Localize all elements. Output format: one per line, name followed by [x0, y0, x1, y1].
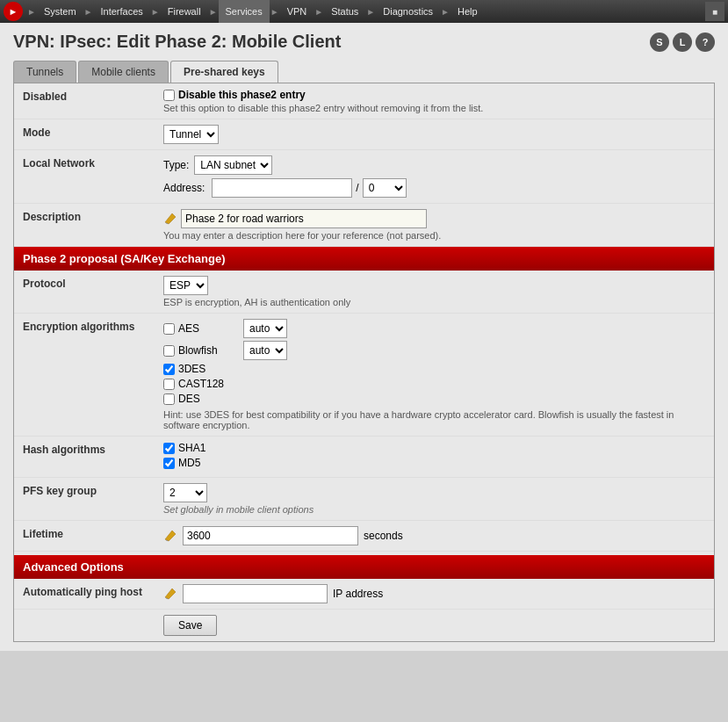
save-control: Save: [163, 615, 705, 636]
mask-select[interactable]: 0: [363, 178, 407, 198]
nav-vpn[interactable]: VPN: [280, 0, 314, 23]
protocol-select-row: ESP: [163, 276, 705, 295]
protocol-select[interactable]: ESP: [163, 276, 208, 295]
navigation-bar: ► ► System ► Interfaces ► Firewall ► Ser…: [0, 0, 728, 23]
pencil-icon: [163, 529, 177, 543]
mode-row: Mode Tunnel: [14, 119, 714, 150]
protocol-hint: ESP is encryption, AH is authentication …: [163, 297, 705, 307]
enc-hint: Hint: use 3DES for best compatibility or…: [163, 409, 705, 430]
sha1-checkbox[interactable]: [163, 443, 175, 454]
lifetime-unit: seconds: [364, 530, 403, 542]
page-title-row: VPN: IPsec: Edit Phase 2: Mobile Client …: [13, 32, 715, 52]
des-checkbox[interactable]: [163, 393, 175, 405]
description-hint: You may enter a description here for you…: [163, 230, 705, 241]
ping-input[interactable]: [183, 584, 328, 603]
advanced-section-header: Advanced Options: [14, 555, 714, 579]
3des-label: 3DES: [178, 363, 240, 375]
sync-icon[interactable]: S: [650, 32, 669, 52]
pfs-control: 2 Set globally in mobile client options: [163, 483, 705, 515]
logo: ►: [4, 2, 23, 21]
lifetime-label: Lifetime: [23, 526, 163, 540]
des-row: DES: [163, 393, 705, 405]
enc-control: AES auto Blowfish auto 3DES: [163, 319, 705, 430]
cast128-checkbox[interactable]: [163, 379, 175, 390]
protocol-label: Protocol: [23, 276, 163, 290]
save-label-spacer: [23, 615, 163, 617]
blowfish-row: Blowfish auto: [163, 341, 705, 360]
desc-field: [163, 209, 705, 228]
nav-icon: ■: [705, 2, 724, 21]
aes-checkbox[interactable]: [163, 323, 175, 335]
blowfish-checkbox[interactable]: [163, 345, 175, 357]
nav-arrow: ►: [151, 7, 160, 17]
cast128-row: CAST128: [163, 378, 705, 390]
help-icon[interactable]: ?: [696, 32, 715, 52]
save-button[interactable]: Save: [163, 615, 217, 636]
sha1-label: SHA1: [178, 442, 240, 454]
phase2-section-header: Phase 2 proposal (SA/Key Exchange): [14, 247, 714, 271]
sha1-row: SHA1: [163, 442, 705, 454]
nav-services[interactable]: Services: [219, 0, 270, 23]
pfs-label: PFS key group: [23, 483, 163, 497]
3des-row: 3DES: [163, 363, 705, 375]
blowfish-auto-select[interactable]: auto: [243, 341, 287, 360]
nav-firewall[interactable]: Firewall: [161, 0, 208, 23]
nav-arrow: ►: [366, 7, 375, 17]
lifetime-row: Lifetime seconds: [14, 521, 714, 552]
disabled-checkbox[interactable]: [163, 90, 175, 101]
ping-hint: IP address: [333, 588, 383, 600]
title-icons: S L ?: [650, 32, 715, 52]
nav-arrow: ►: [84, 7, 93, 17]
pencil-icon: [163, 212, 177, 226]
ping-label: Automatically ping host: [23, 584, 163, 598]
nav-system[interactable]: System: [37, 0, 83, 23]
pencil-icon: [163, 587, 177, 601]
aes-auto-select[interactable]: auto: [243, 319, 287, 338]
nav-arrow: ►: [27, 7, 36, 17]
description-input[interactable]: [181, 209, 427, 228]
protocol-control: ESP ESP is encryption, AH is authenticat…: [163, 276, 705, 307]
hash-label: Hash algorithms: [23, 442, 163, 456]
form-container: Disabled Disable this phase2 entry Set t…: [13, 83, 715, 642]
mode-select[interactable]: Tunnel: [163, 125, 219, 144]
tab-preshared-keys[interactable]: Pre-shared keys: [170, 61, 278, 83]
hash-algorithms-row: Hash algorithms SHA1 MD5: [14, 437, 714, 478]
disabled-row: Disabled Disable this phase2 entry Set t…: [14, 83, 714, 119]
local-network-row: Local Network Type: LAN subnet Address: …: [14, 150, 714, 204]
blowfish-label: Blowfish: [178, 344, 240, 357]
pfs-select[interactable]: 2: [163, 483, 207, 502]
description-control: You may enter a description here for you…: [163, 209, 705, 241]
aes-label: AES: [178, 322, 240, 335]
des-label: DES: [178, 393, 240, 405]
lifetime-input[interactable]: [183, 526, 358, 545]
pfs-hint: Set globally in mobile client options: [163, 504, 705, 515]
tab-mobile-clients[interactable]: Mobile clients: [78, 61, 169, 83]
nav-arrow: ►: [314, 7, 323, 17]
nav-interfaces[interactable]: Interfaces: [94, 0, 150, 23]
md5-label: MD5: [178, 457, 240, 469]
mode-control: Tunnel: [163, 125, 705, 144]
nav-help[interactable]: Help: [450, 0, 485, 23]
tab-tunnels[interactable]: Tunnels: [13, 61, 76, 83]
nav-status[interactable]: Status: [324, 0, 365, 23]
list-icon[interactable]: L: [673, 32, 692, 52]
pfs-row: PFS key group 2 Set globally in mobile c…: [14, 478, 714, 521]
address-label: Address:: [163, 182, 205, 194]
md5-row: MD5: [163, 457, 705, 469]
md5-checkbox[interactable]: [163, 458, 175, 469]
type-select[interactable]: LAN subnet: [194, 155, 272, 175]
local-network-label: Local Network: [23, 155, 163, 170]
nav-diagnostics[interactable]: Diagnostics: [376, 0, 440, 23]
page-title: VPN: IPsec: Edit Phase 2: Mobile Client: [13, 32, 341, 52]
nav-arrow: ►: [209, 7, 218, 17]
mode-label: Mode: [23, 125, 163, 139]
enc-algorithms-row: Encryption algorithms AES auto Blowfish …: [14, 314, 714, 437]
type-label: Type:: [163, 159, 189, 171]
address-input[interactable]: [212, 178, 352, 198]
protocol-row: Protocol ESP ESP is encryption, AH is au…: [14, 271, 714, 314]
nav-arrow: ►: [270, 7, 279, 17]
nav-arrow: ►: [441, 7, 450, 17]
disable-text: Disable this phase2 entry: [178, 89, 306, 101]
3des-checkbox[interactable]: [163, 364, 175, 375]
save-row: Save: [14, 610, 714, 641]
